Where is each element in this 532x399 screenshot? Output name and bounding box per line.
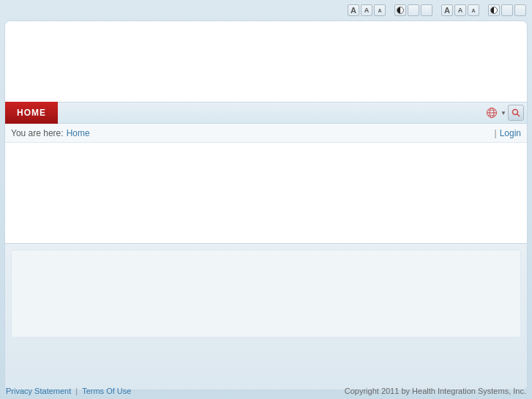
contrast-btn-1[interactable] [394,4,406,16]
font-size-group-1: A A A [348,4,386,16]
footer-left: Privacy Statement | Terms Of Use [6,387,131,395]
home-breadcrumb-link[interactable]: Home [67,128,90,138]
view-controls-group-2 [488,4,526,16]
privacy-statement-link[interactable]: Privacy Statement [6,387,71,395]
font-medium-btn-2[interactable]: A [454,4,466,16]
main-card: HOME ▼ You are here [4,20,528,390]
bottom-panel-inner [11,250,521,338]
view-btn-2a[interactable] [501,4,513,16]
font-size-group-2: A A A [441,4,479,16]
font-large-btn-2[interactable]: A [441,4,453,16]
terms-of-use-link[interactable]: Terms Of Use [82,387,131,395]
svg-line-6 [517,114,520,117]
breadcrumb-pipe: | [495,128,497,138]
you-are-here-label: You are here: [11,128,64,138]
contrast-btn-2[interactable] [488,4,500,16]
home-button[interactable]: HOME [5,102,58,124]
globe-icon [486,107,498,119]
search-icon [512,108,520,117]
view-btn-1a[interactable] [408,4,419,16]
contrast-icon-2 [490,7,498,14]
nav-bar: HOME ▼ [5,102,527,124]
svg-point-5 [513,110,518,115]
breadcrumb-bar: You are here: Home | Login [5,124,527,143]
font-small-btn-2[interactable]: A [468,4,479,16]
search-area: ▼ [484,105,524,121]
top-toolbar: A A A A A A [0,0,532,20]
footer: Privacy Statement | Terms Of Use Copyrig… [0,383,532,399]
font-large-btn-1[interactable]: A [348,4,359,16]
view-btn-1b[interactable] [421,4,432,16]
search-dropdown-arrow[interactable]: ▼ [501,110,506,116]
footer-divider: | [75,387,78,395]
header-area [5,21,527,102]
view-controls-group-1 [394,4,432,16]
copyright-text: Copyright 2011 by Health Integration Sys… [345,387,526,395]
font-medium-btn-1[interactable]: A [361,4,372,16]
login-link[interactable]: Login [500,128,521,138]
font-small-btn-1[interactable]: A [374,4,386,16]
globe-btn[interactable] [484,105,499,120]
content-area [5,143,527,243]
contrast-icon-1 [397,7,404,14]
search-button[interactable] [508,105,524,121]
view-btn-2b[interactable] [514,4,526,16]
bottom-panel [5,243,527,389]
